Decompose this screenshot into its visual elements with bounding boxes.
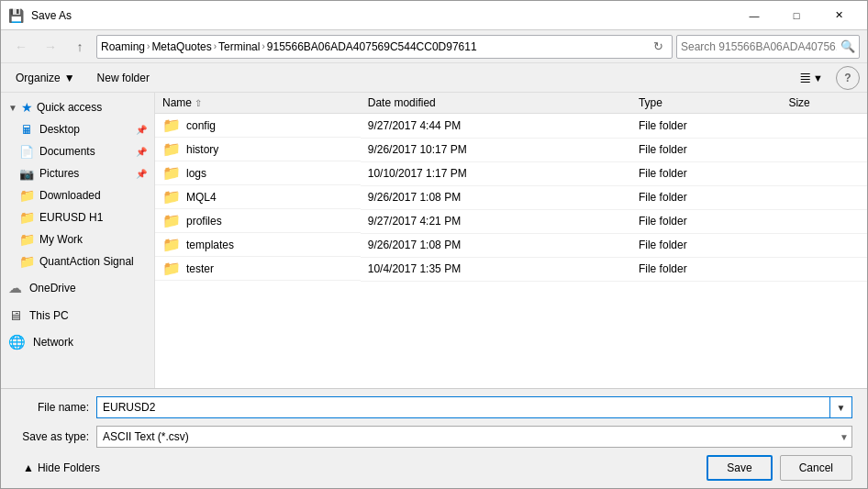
up-button[interactable]: ↑ [67,34,93,60]
filename-input[interactable] [96,396,830,418]
column-type[interactable]: Type [631,93,781,114]
folder-cell: 📁 profiles [162,212,222,229]
crumb-sep-2: › [214,41,217,51]
file-date: 9/27/2017 4:44 PM [361,114,631,139]
folder-icon: 📁 [162,140,181,158]
file-type: File folder [631,209,781,233]
sidebar-item-documents[interactable]: 📄 Documents 📌 [1,140,154,162]
filetype-select-wrapper: ASCII Text (*.csv) CSV (*.csv) All Files… [96,426,852,448]
downloaded-folder-icon: 📁 [19,188,34,203]
column-date[interactable]: Date modified [361,93,631,114]
forward-button[interactable]: → [38,34,63,60]
file-type: File folder [631,138,781,161]
file-size [781,233,867,257]
pin-icon: 📌 [136,125,147,135]
file-name: tester [186,262,214,275]
maximize-button[interactable]: □ [775,1,818,30]
organize-chevron-icon: ▼ [64,72,75,84]
sidebar-section-onedrive: ☁ OneDrive [1,276,154,300]
close-button[interactable]: ✕ [818,1,860,30]
file-name: logs [186,167,206,180]
onedrive-item[interactable]: ☁ OneDrive [1,276,154,300]
sidebar-item-desktop-label: Desktop [39,123,80,136]
file-table: Name ⇧ Date modified Type Size 📁 config [155,93,867,282]
filename-label: File name: [16,401,89,414]
sidebar-item-pictures[interactable]: 📷 Pictures 📌 [1,162,154,184]
organize-button[interactable]: Organize ▼ [8,66,83,90]
sidebar-item-eurusd-label: EURUSD H1 [39,211,103,224]
sidebar-item-downloaded[interactable]: 📁 Downloaded [1,184,154,206]
search-input[interactable] [681,40,837,53]
table-row[interactable]: 📁 MQL4 9/26/2017 1:08 PM File folder [155,185,867,209]
documents-icon: 📄 [19,144,34,159]
bottom-panel: File name: ▼ Save as type: ASCII Text (*… [1,388,867,488]
back-button[interactable]: ← [8,34,34,60]
filename-dropdown-button[interactable]: ▼ [830,396,852,418]
folder-cell: 📁 history [162,140,218,158]
file-size [781,138,867,161]
onedrive-icon: ☁ [8,280,22,296]
view-dropdown-button[interactable]: ▼ [813,72,823,83]
folder-cell: 📁 tester [162,260,214,277]
pictures-icon: 📷 [19,166,34,181]
folder-icon: 📁 [162,117,181,134]
folder-cell: 📁 logs [162,164,206,182]
secondary-toolbar: Organize ▼ New folder ≣ ▼ ? [1,63,867,93]
new-folder-button[interactable]: New folder [90,66,157,90]
folder-icon: 📁 [162,188,181,206]
table-row[interactable]: 📁 config 9/27/2017 4:44 PM File folder [155,114,867,139]
table-row[interactable]: 📁 history 9/26/2017 10:17 PM File folder [155,138,867,161]
network-label: Network [33,336,73,349]
minimize-button[interactable]: — [733,1,775,30]
sidebar-item-quantaction-label: QuantAction Signal [39,255,134,268]
sidebar-item-eurusd[interactable]: 📁 EURUSD H1 [1,206,154,228]
file-area: Name ⇧ Date modified Type Size 📁 config [155,93,867,388]
file-date: 9/26/2017 1:08 PM [361,185,631,209]
sidebar-item-quantaction[interactable]: 📁 QuantAction Signal [1,250,154,272]
pin-icon-3: 📌 [136,169,147,179]
file-name: templates [186,239,234,251]
sidebar-item-pictures-label: Pictures [39,167,79,180]
eurusd-folder-icon: 📁 [19,210,34,225]
address-toolbar: ← → ↑ Roaming › MetaQuotes › Terminal › … [1,30,867,63]
main-content: ▼ ★ Quick access 🖩 Desktop 📌 📄 Documents… [1,93,867,388]
file-name: history [186,143,218,156]
desktop-icon: 🖩 [19,122,34,137]
folder-icon: 📁 [162,212,181,229]
table-row[interactable]: 📁 logs 10/10/2017 1:17 PM File folder [155,161,867,185]
sidebar-item-downloaded-label: Downloaded [39,189,101,202]
file-size [781,114,867,139]
quick-access-header[interactable]: ▼ ★ Quick access [1,96,154,118]
table-row[interactable]: 📁 templates 9/26/2017 1:08 PM File folde… [155,233,867,257]
sidebar-section-network: 🌐 Network [1,330,154,354]
hide-folders-label: Hide Folders [38,461,100,474]
sidebar-item-mywork-label: My Work [39,233,83,246]
refresh-button[interactable]: ↻ [648,37,668,57]
folder-cell: 📁 config [162,117,216,134]
search-box[interactable]: 🔍 [676,35,860,59]
hide-folders-link[interactable]: ▲ Hide Folders [16,460,107,476]
file-size [781,209,867,233]
column-name[interactable]: Name ⇧ [155,93,361,114]
folder-icon: 📁 [162,260,181,277]
thispc-item[interactable]: 🖥 This PC [1,304,154,327]
pin-icon-2: 📌 [136,147,147,157]
crumb-metaquotes: MetaQuotes [151,40,211,53]
help-button[interactable]: ? [836,66,860,90]
file-date: 10/10/2017 1:17 PM [361,161,631,185]
file-size [781,257,867,281]
address-bar[interactable]: Roaming › MetaQuotes › Terminal › 915566… [96,35,673,59]
cancel-button[interactable]: Cancel [780,455,852,481]
network-item[interactable]: 🌐 Network [1,330,154,354]
table-row[interactable]: 📁 tester 10/4/2017 1:35 PM File folder [155,257,867,281]
column-size[interactable]: Size [781,93,867,114]
sidebar-item-desktop[interactable]: 🖩 Desktop 📌 [1,118,154,140]
sidebar-item-mywork[interactable]: 📁 My Work [1,228,154,250]
save-button[interactable]: Save [707,455,772,481]
window-title: Save As [31,9,72,22]
filetype-select[interactable]: ASCII Text (*.csv) CSV (*.csv) All Files… [96,426,852,448]
folder-icon: 📁 [162,164,181,182]
quick-access-label: Quick access [37,101,102,114]
table-row[interactable]: 📁 profiles 9/27/2017 4:21 PM File folder [155,209,867,233]
view-toggle-button[interactable]: ≣ [799,69,811,86]
